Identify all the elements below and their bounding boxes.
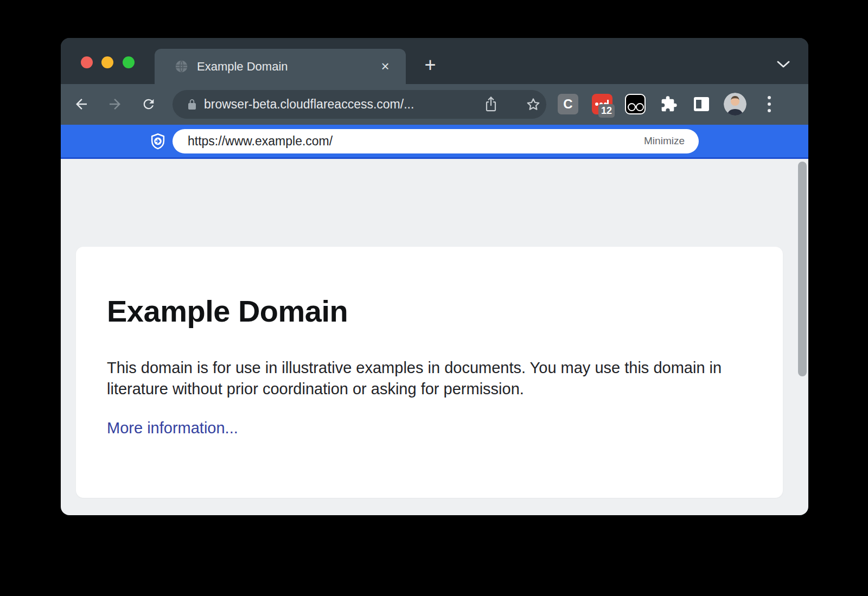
isolated-url-input[interactable]: https://www.example.com/ Minimize bbox=[173, 129, 699, 153]
tab-strip: Example Domain × + bbox=[61, 38, 808, 84]
address-url: browser-beta.cloudflareaccess.com/... bbox=[204, 97, 414, 112]
new-tab-button[interactable]: + bbox=[419, 55, 441, 76]
tab-example-domain[interactable]: Example Domain × bbox=[155, 49, 406, 84]
back-button[interactable] bbox=[69, 92, 93, 116]
side-panel-icon bbox=[694, 97, 709, 111]
minimize-window-button[interactable] bbox=[101, 56, 113, 68]
star-icon[interactable] bbox=[525, 97, 541, 113]
extension-red-dots-button[interactable]: 12 bbox=[592, 94, 612, 114]
chrome-menu-button[interactable] bbox=[764, 94, 775, 114]
profile-avatar[interactable] bbox=[724, 93, 746, 116]
lock-icon bbox=[186, 98, 199, 112]
close-window-button[interactable] bbox=[81, 56, 93, 68]
isolated-url-value: https://www.example.com/ bbox=[188, 134, 333, 149]
page-title: Example Domain bbox=[107, 293, 348, 329]
red-dot-icon bbox=[595, 102, 598, 106]
browser-toolbar: browser-beta.cloudflareaccess.com/... C … bbox=[61, 84, 808, 125]
reload-button[interactable] bbox=[137, 92, 161, 116]
more-information-link[interactable]: More information... bbox=[107, 419, 238, 437]
avatar-photo bbox=[724, 93, 746, 116]
extension-circles-button[interactable] bbox=[625, 94, 646, 114]
page-viewport: Example Domain This domain is for use in… bbox=[61, 159, 808, 515]
extension-c-label: C bbox=[563, 97, 572, 111]
isolation-bar: https://www.example.com/ Minimize bbox=[61, 125, 808, 159]
browser-window: Example Domain × + bro bbox=[61, 38, 808, 515]
page-paragraph: This domain is for use in illustrative e… bbox=[107, 357, 739, 400]
vertical-scrollbar[interactable] bbox=[798, 162, 807, 376]
kebab-menu-icon bbox=[768, 96, 771, 99]
tab-close-icon[interactable]: × bbox=[375, 56, 395, 76]
shield-arrow-icon bbox=[150, 133, 166, 150]
chevron-down-icon[interactable] bbox=[776, 60, 791, 69]
address-bar[interactable]: browser-beta.cloudflareaccess.com/... bbox=[173, 90, 546, 119]
content-card: Example Domain This domain is for use in… bbox=[76, 247, 783, 498]
reload-icon bbox=[141, 97, 156, 112]
extensions-menu-button[interactable] bbox=[659, 94, 679, 114]
circle-icon bbox=[628, 103, 636, 111]
extension-c-button[interactable]: C bbox=[558, 94, 578, 114]
extension-badge: 12 bbox=[598, 104, 615, 118]
back-arrow-icon bbox=[73, 96, 90, 112]
puzzle-icon bbox=[660, 95, 678, 113]
zoom-window-button[interactable] bbox=[123, 56, 135, 68]
side-panel-button[interactable] bbox=[691, 94, 712, 114]
circle-icon bbox=[636, 103, 644, 111]
tab-title: Example Domain bbox=[197, 60, 288, 74]
minimize-button[interactable]: Minimize bbox=[644, 135, 685, 147]
share-icon[interactable] bbox=[483, 96, 499, 113]
forward-arrow-icon bbox=[107, 96, 123, 112]
globe-icon bbox=[174, 59, 189, 74]
forward-button[interactable] bbox=[103, 92, 127, 116]
